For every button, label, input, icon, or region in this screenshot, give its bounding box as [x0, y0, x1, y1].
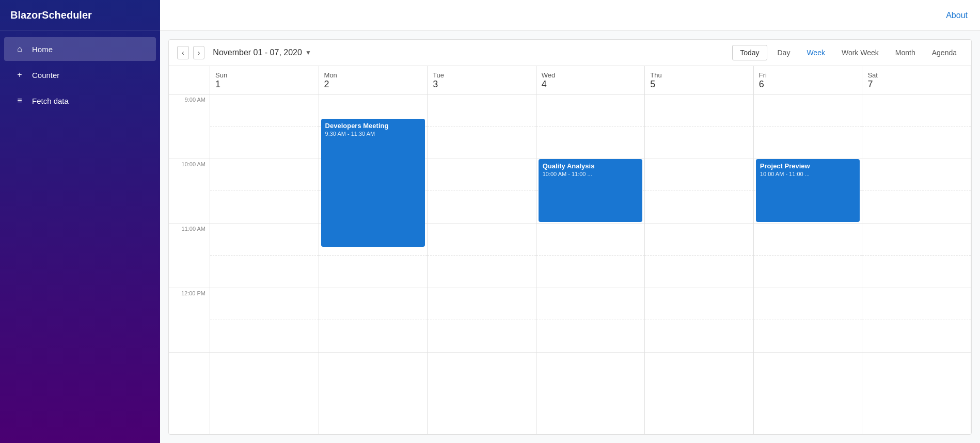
cell-tue-9[interactable] [428, 94, 536, 159]
calendar-wrapper: ‹ › November 01 - 07, 2020 ▼ Today Day W… [160, 31, 980, 443]
calendar-title: November 01 - 07, 2020 ▼ [213, 48, 311, 57]
day-num-thu: 5 [650, 79, 655, 90]
plus-icon: + [14, 70, 25, 80]
sidebar: BlazorScheduler ⌂ Home + Counter ≡ Fetch… [0, 0, 160, 443]
header-day-fri: Fri 6 [754, 66, 863, 94]
header-day-mon: Mon 2 [319, 66, 428, 94]
cell-tue-10[interactable] [428, 159, 536, 224]
cell-sat-9[interactable] [862, 94, 971, 159]
cell-thu-9[interactable] [645, 94, 753, 159]
month-view-button[interactable]: Month [889, 45, 922, 60]
header-day-wed: Wed 4 [536, 66, 645, 94]
prev-button[interactable]: ‹ [177, 46, 189, 59]
cell-sun-9[interactable] [210, 94, 319, 159]
header-day-sat: Sat 7 [862, 66, 971, 94]
day-name-mon: Mon [324, 71, 337, 79]
sidebar-nav: ⌂ Home + Counter ≡ Fetch data [0, 31, 160, 119]
cell-thu-10[interactable] [645, 159, 753, 224]
day-num-sat: 7 [867, 79, 873, 90]
sidebar-item-home-label: Home [32, 45, 53, 54]
next-button[interactable]: › [193, 46, 205, 59]
chevron-down-icon[interactable]: ▼ [305, 49, 311, 56]
cell-fri-11[interactable] [754, 224, 862, 288]
time-slot-10am: 10:00 AM [169, 159, 210, 224]
cell-sat-12[interactable] [862, 288, 971, 353]
topbar: About [160, 0, 980, 31]
calendar-header: Sun 1 Mon 2 Tue 3 Wed 4 [169, 66, 971, 94]
sidebar-item-counter[interactable]: + Counter [4, 63, 156, 87]
cell-sun-11[interactable] [210, 224, 319, 288]
day-name-sat: Sat [867, 71, 878, 79]
cell-tue-12[interactable] [428, 288, 536, 353]
day-col-wed: Quality Analysis 10:00 AM - 11:00 ... [536, 94, 645, 434]
event-title-project-preview: Project Preview [760, 162, 856, 170]
time-slot-9am: 9:00 AM [169, 94, 210, 159]
cell-wed-11[interactable] [536, 224, 645, 288]
header-day-tue: Tue 3 [428, 66, 536, 94]
event-time-quality-analysis: 10:00 AM - 11:00 ... [543, 171, 639, 177]
day-col-thu [645, 94, 754, 434]
cell-wed-12[interactable] [536, 288, 645, 353]
day-num-wed: 4 [542, 79, 547, 90]
day-col-mon: Developers Meeting 9:30 AM - 11:30 AM [319, 94, 428, 434]
cell-fri-9[interactable] [754, 94, 862, 159]
day-name-tue: Tue [433, 71, 444, 79]
event-time-project-preview: 10:00 AM - 11:00 ... [760, 171, 856, 177]
time-column: 9:00 AM 10:00 AM 11:00 AM 12:00 PM [169, 94, 210, 434]
day-name-wed: Wed [542, 71, 556, 79]
about-link[interactable]: About [946, 11, 968, 20]
calendar-title-text: November 01 - 07, 2020 [213, 48, 302, 57]
time-header-cell [169, 66, 210, 94]
day-num-sun: 1 [215, 79, 220, 90]
week-view-button[interactable]: Week [800, 45, 831, 60]
cell-sun-10[interactable] [210, 159, 319, 224]
day-col-tue [428, 94, 536, 434]
cell-wed-9[interactable] [536, 94, 645, 159]
calendar-toolbar: ‹ › November 01 - 07, 2020 ▼ Today Day W… [169, 40, 971, 66]
event-time-developers-meeting: 9:30 AM - 11:30 AM [325, 131, 421, 137]
cell-sat-10[interactable] [862, 159, 971, 224]
work-week-view-button[interactable]: Work Week [835, 45, 885, 60]
cell-mon-12[interactable] [319, 288, 428, 353]
event-developers-meeting[interactable]: Developers Meeting 9:30 AM - 11:30 AM [321, 119, 425, 247]
cell-thu-11[interactable] [645, 224, 753, 288]
day-view-button[interactable]: Day [771, 45, 797, 60]
cell-sun-12[interactable] [210, 288, 319, 353]
event-title-quality-analysis: Quality Analysis [543, 162, 639, 170]
calendar-body: 9:00 AM 10:00 AM 11:00 AM 12:00 PM [169, 94, 971, 434]
header-day-thu: Thu 5 [645, 66, 754, 94]
calendar: ‹ › November 01 - 07, 2020 ▼ Today Day W… [168, 39, 972, 435]
event-project-preview[interactable]: Project Preview 10:00 AM - 11:00 ... [756, 159, 860, 222]
day-name-thu: Thu [650, 71, 661, 79]
calendar-grid: Sun 1 Mon 2 Tue 3 Wed 4 [169, 66, 971, 434]
sidebar-item-fetch-data-label: Fetch data [32, 97, 69, 105]
home-icon: ⌂ [14, 44, 25, 54]
header-day-sun: Sun 1 [210, 66, 319, 94]
day-num-tue: 3 [433, 79, 438, 90]
sidebar-item-counter-label: Counter [32, 71, 59, 80]
cell-sat-11[interactable] [862, 224, 971, 288]
event-title-developers-meeting: Developers Meeting [325, 122, 421, 130]
main-content: About ‹ › November 01 - 07, 2020 ▼ Today… [160, 0, 980, 443]
cell-thu-12[interactable] [645, 288, 753, 353]
day-col-sat [862, 94, 971, 434]
sidebar-item-fetch-data[interactable]: ≡ Fetch data [4, 89, 156, 113]
app-brand: BlazorScheduler [0, 0, 160, 31]
day-num-mon: 2 [324, 79, 329, 90]
event-quality-analysis[interactable]: Quality Analysis 10:00 AM - 11:00 ... [539, 159, 643, 222]
day-num-fri: 6 [759, 79, 764, 90]
day-col-sun [210, 94, 319, 434]
time-slot-11am: 11:00 AM [169, 224, 210, 288]
day-name-sun: Sun [215, 71, 227, 79]
agenda-view-button[interactable]: Agenda [926, 45, 963, 60]
today-button[interactable]: Today [732, 45, 767, 60]
day-col-fri: Project Preview 10:00 AM - 11:00 ... [754, 94, 863, 434]
table-icon: ≡ [14, 96, 25, 105]
day-name-fri: Fri [759, 71, 767, 79]
time-slot-12pm: 12:00 PM [169, 288, 210, 353]
cell-fri-12[interactable] [754, 288, 862, 353]
cell-tue-11[interactable] [428, 224, 536, 288]
sidebar-item-home[interactable]: ⌂ Home [4, 37, 156, 61]
